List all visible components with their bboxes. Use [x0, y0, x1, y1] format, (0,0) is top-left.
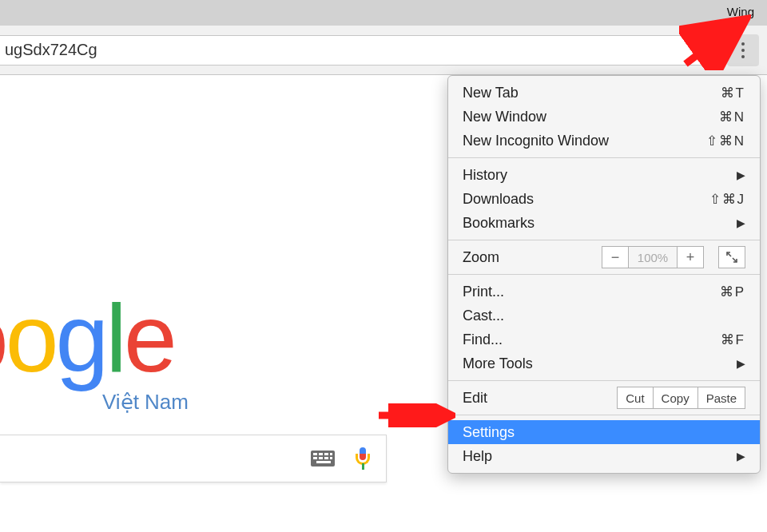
zoom-in-button[interactable]: +	[677, 246, 704, 268]
submenu-arrow-icon: ▶	[737, 216, 745, 229]
menu-item-label: Cast...	[463, 308, 745, 324]
zoom-out-button[interactable]: −	[602, 246, 629, 268]
menu-item-more-tools[interactable]: More Tools▶	[448, 351, 760, 375]
annotation-arrow-settings	[376, 403, 455, 427]
zoom-value: 100%	[629, 246, 677, 268]
menu-item-new-tab[interactable]: New Tab⌘T	[448, 81, 760, 105]
submenu-arrow-icon: ▶	[737, 169, 745, 181]
menu-item-zoom[interactable]: Zoom−100%+	[448, 245, 760, 269]
menu-item-label: New Window	[463, 109, 719, 125]
menu-item-label: History	[463, 167, 732, 184]
menu-item-new-window[interactable]: New Window⌘N	[448, 105, 760, 129]
google-logo: oogle	[0, 283, 174, 393]
submenu-arrow-icon: ▶	[737, 450, 745, 463]
menu-item-help[interactable]: Help▶	[448, 444, 760, 468]
menu-item-bookmarks[interactable]: Bookmarks▶	[448, 211, 760, 235]
window-titlebar: Wing	[0, 0, 767, 26]
zoom-controls: −100%+	[602, 246, 745, 268]
menu-item-label: Settings	[463, 424, 745, 441]
menu-item-label: Find...	[463, 332, 721, 348]
menu-separator	[448, 380, 760, 381]
browser-toolbar: ugSdx724Cg	[0, 26, 767, 75]
google-region-label: Việt Nam	[102, 390, 189, 415]
menu-item-cast[interactable]: Cast...	[448, 304, 760, 328]
menu-item-label: Bookmarks	[463, 215, 732, 232]
chrome-main-menu: New Tab⌘TNew Window⌘NNew Incognito Windo…	[447, 75, 761, 474]
url-text: ugSdx724Cg	[5, 41, 97, 59]
menu-shortcut: ⇧⌘J	[709, 191, 746, 208]
menu-item-edit[interactable]: EditCutCopyPaste	[448, 386, 760, 410]
menu-item-find[interactable]: Find...⌘F	[448, 328, 760, 351]
menu-shortcut: ⌘N	[719, 109, 745, 125]
menu-item-label: New Incognito Window	[463, 133, 706, 149]
menu-shortcut: ⌘P	[720, 284, 745, 300]
menu-item-label: Edit	[463, 390, 617, 407]
menu-item-label: More Tools	[463, 355, 732, 372]
menu-item-print[interactable]: Print...⌘P	[448, 280, 760, 304]
menu-separator	[448, 240, 760, 240]
submenu-arrow-icon: ▶	[737, 357, 745, 370]
cut-button[interactable]: Cut	[617, 387, 653, 409]
menu-item-label: Downloads	[463, 191, 709, 208]
menu-item-label: Zoom	[463, 249, 602, 266]
annotation-arrow-top	[679, 14, 751, 70]
menu-shortcut: ⌘F	[721, 332, 745, 348]
fullscreen-button[interactable]	[718, 246, 745, 268]
menu-shortcut: ⌘T	[721, 85, 745, 101]
menu-item-label: New Tab	[463, 85, 721, 101]
menu-item-label: Print...	[463, 284, 720, 300]
menu-separator	[448, 274, 760, 275]
copy-button[interactable]: Copy	[654, 387, 698, 409]
menu-item-label: Help	[463, 448, 732, 465]
voice-search-icon[interactable]	[356, 447, 370, 470]
menu-separator	[448, 157, 760, 158]
menu-shortcut: ⇧⌘N	[706, 133, 745, 149]
menu-item-history[interactable]: History▶	[448, 163, 760, 187]
menu-item-new-incognito-window[interactable]: New Incognito Window⇧⌘N	[448, 129, 760, 153]
menu-separator	[448, 415, 760, 415]
menu-item-downloads[interactable]: Downloads⇧⌘J	[448, 187, 760, 211]
keyboard-icon[interactable]	[311, 451, 335, 466]
menu-item-settings[interactable]: Settings	[448, 420, 760, 444]
edit-controls: CutCopyPaste	[617, 387, 745, 409]
paste-button[interactable]: Paste	[698, 387, 745, 409]
search-input[interactable]	[0, 435, 387, 482]
address-bar[interactable]: ugSdx724Cg	[0, 35, 724, 66]
